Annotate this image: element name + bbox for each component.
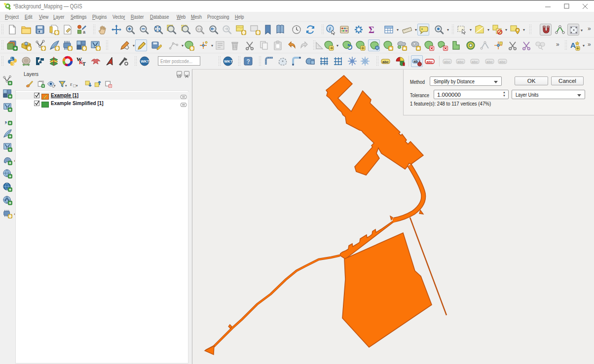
svg-text:abc: abc (472, 60, 478, 64)
svg-text:abc: abc (444, 60, 450, 64)
svg-text:ab: ab (414, 60, 418, 63)
svg-text:abc: abc (427, 60, 433, 64)
svg-text:,: , (5, 115, 7, 125)
svg-text:WKT: WKT (224, 59, 232, 64)
svg-text:Σ: Σ (369, 25, 374, 35)
svg-text:WKT: WKT (141, 59, 149, 64)
svg-text:?: ? (247, 58, 250, 65)
svg-text:1:1: 1:1 (197, 28, 202, 31)
svg-text:abc: abc (382, 60, 389, 64)
svg-text:abc: abc (499, 60, 506, 64)
svg-text:abc: abc (486, 60, 493, 64)
svg-text:a: a (83, 30, 85, 35)
svg-text:abc: abc (457, 60, 464, 64)
svg-text:T: T (82, 61, 86, 67)
svg-text:A: A (570, 41, 576, 49)
svg-text:ε: ε (70, 81, 73, 87)
